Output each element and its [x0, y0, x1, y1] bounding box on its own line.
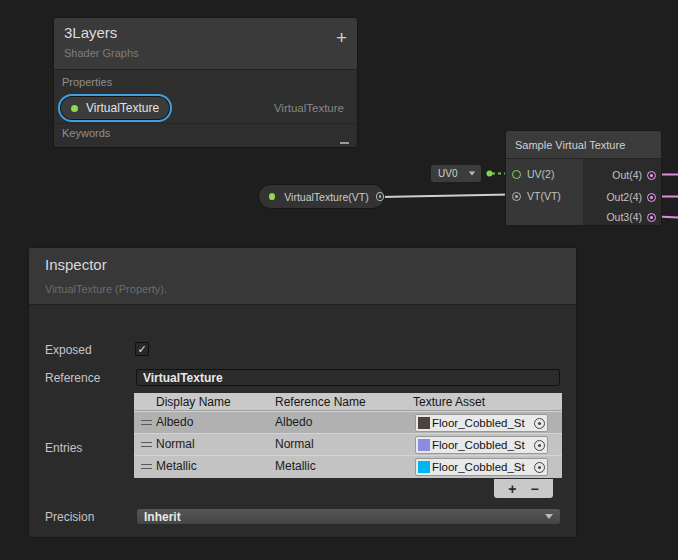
texture-asset-name: Floor_Cobbled_St: [432, 461, 534, 473]
add-property-icon[interactable]: +: [336, 28, 347, 47]
reference-input[interactable]: [136, 369, 560, 386]
uv-input-port[interactable]: [512, 170, 521, 179]
texture-asset-name: Floor_Cobbled_St: [432, 439, 534, 451]
entries-table-footer: + −: [494, 479, 553, 498]
property-node-output-port[interactable]: [376, 192, 384, 201]
node-title: Sample Virtual Texture: [506, 131, 661, 159]
vt-input-label: VT(VT): [527, 190, 561, 202]
vt-input-port[interactable]: [512, 192, 521, 201]
property-pill-label: VirtualTexture: [86, 101, 159, 115]
remove-entry-button[interactable]: −: [531, 482, 539, 496]
property-pill-virtualtexture[interactable]: VirtualTexture: [61, 97, 169, 119]
out1-label: Out(4): [612, 169, 642, 181]
table-row-albedo[interactable]: Albedo Albedo Floor_Cobbled_St: [134, 411, 562, 433]
texture-swatch: [418, 417, 430, 429]
entries-table-header: Display Name Reference Name Texture Asse…: [134, 393, 562, 411]
output-row-out1: Out(4): [612, 167, 656, 183]
uv-channel-value: UV0: [438, 168, 457, 179]
add-entry-button[interactable]: +: [508, 482, 516, 496]
keywords-section-label: Keywords: [62, 127, 110, 139]
drag-handle-icon[interactable]: [141, 442, 152, 447]
keywords-divider: [54, 123, 357, 124]
input-row-uv: UV(2): [512, 166, 554, 182]
uv-channel-dropdown[interactable]: UV0: [431, 165, 481, 182]
exposed-dot-icon: [71, 105, 78, 112]
entries-table: Display Name Reference Name Texture Asse…: [134, 393, 562, 478]
reference-label: Reference: [45, 371, 100, 385]
node-inputs: UV(2) VT(VT): [506, 159, 583, 225]
header-texture-asset: Texture Asset: [413, 395, 485, 409]
blackboard-panel[interactable]: 3Layers Shader Graphs + Properties Virtu…: [53, 17, 358, 148]
precision-label: Precision: [45, 510, 94, 524]
chevron-down-icon: [545, 514, 553, 519]
texture-asset-field[interactable]: Floor_Cobbled_St: [415, 458, 548, 476]
texture-swatch: [418, 461, 430, 473]
texture-asset-name: Floor_Cobbled_St: [432, 417, 534, 429]
exposed-checkbox[interactable]: ✓: [135, 342, 149, 356]
texture-swatch: [418, 439, 430, 451]
object-picker-icon[interactable]: [534, 440, 545, 451]
header-display-name: Display Name: [156, 395, 231, 409]
out3-port[interactable]: [647, 213, 656, 222]
drag-handle-icon[interactable]: [141, 420, 152, 425]
input-row-vt: VT(VT): [512, 188, 561, 204]
cell-display-name[interactable]: Metallic: [156, 459, 197, 473]
table-row-normal[interactable]: Normal Normal Floor_Cobbled_St: [134, 433, 562, 455]
inspector-title: Inspector: [45, 256, 107, 273]
uv-input-label: UV(2): [527, 168, 554, 180]
chevron-down-icon: [469, 172, 475, 176]
object-picker-icon[interactable]: [534, 418, 545, 429]
exposed-label: Exposed: [45, 343, 92, 357]
cell-reference-name[interactable]: Albedo: [275, 415, 312, 429]
texture-asset-field[interactable]: Floor_Cobbled_St: [415, 436, 548, 454]
graph-subtitle: Shader Graphs: [64, 47, 139, 59]
property-node-virtualtexture[interactable]: VirtualTexture(VT): [258, 184, 385, 209]
cell-reference-name[interactable]: Metallic: [275, 459, 316, 473]
property-node-label: VirtualTexture(VT): [284, 191, 368, 203]
out2-label: Out2(4): [606, 191, 642, 203]
cell-display-name[interactable]: Normal: [156, 437, 195, 451]
header-reference-name: Reference Name: [275, 395, 366, 409]
resize-handle[interactable]: [340, 142, 349, 144]
wire-virtualtexture-to-vt[interactable]: [380, 195, 512, 198]
cell-reference-name[interactable]: Normal: [275, 437, 314, 451]
precision-value: Inherit: [144, 510, 181, 524]
inspector-subtitle: VirtualTexture (Property).: [45, 283, 167, 295]
property-type-label: VirtualTexture: [274, 102, 344, 114]
check-icon: ✓: [137, 344, 146, 355]
uv-default-dot: [487, 171, 493, 177]
exposed-dot-icon: [269, 193, 275, 200]
object-picker-icon[interactable]: [534, 462, 545, 473]
sample-virtual-texture-node[interactable]: Sample Virtual Texture UV(2) VT(VT) Out(…: [505, 130, 662, 226]
blackboard-header: 3Layers Shader Graphs +: [54, 18, 357, 70]
properties-section-label: Properties: [62, 76, 112, 88]
out2-port[interactable]: [647, 193, 656, 202]
graph-title: 3Layers: [64, 24, 117, 41]
node-body: UV(2) VT(VT) Out(4) Out2(4) Out3(4): [506, 159, 661, 225]
inspector-header: Inspector VirtualTexture (Property).: [29, 248, 576, 305]
drag-handle-icon[interactable]: [141, 464, 152, 469]
out1-port[interactable]: [647, 171, 656, 180]
table-row-metallic[interactable]: Metallic Metallic Floor_Cobbled_St: [134, 455, 562, 477]
output-row-out3: Out3(4): [606, 209, 656, 225]
output-row-out2: Out2(4): [606, 189, 656, 205]
node-outputs: Out(4) Out2(4) Out3(4): [583, 159, 661, 225]
entries-label: Entries: [45, 441, 82, 455]
texture-asset-field[interactable]: Floor_Cobbled_St: [415, 414, 548, 432]
precision-dropdown[interactable]: Inherit: [136, 508, 561, 525]
cell-display-name[interactable]: Albedo: [156, 415, 193, 429]
inspector-panel: Inspector VirtualTexture (Property). Exp…: [28, 247, 577, 538]
out3-label: Out3(4): [606, 211, 642, 223]
